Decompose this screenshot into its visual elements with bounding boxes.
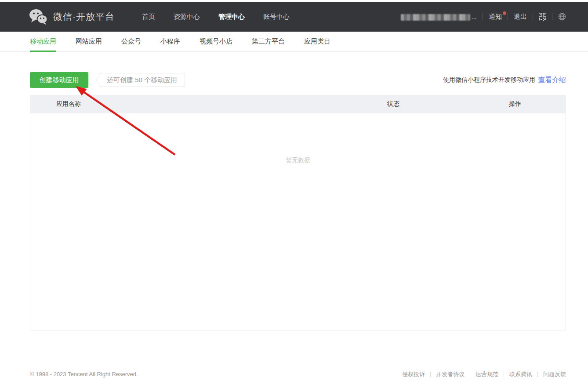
logo-text: 微信·开放平台 [53, 11, 115, 23]
table-header-row: 应用名称 状态 操作 [30, 95, 566, 113]
tab-official-account[interactable]: 公众号 [121, 32, 141, 51]
empty-state-text: 暂无数据 [286, 156, 310, 164]
wechat-open-platform-logo[interactable]: 微信·开放平台 [29, 8, 115, 25]
hint-text: 使用微信小程序技术开发移动应用 [443, 76, 535, 84]
red-notification-dot [503, 11, 506, 15]
header-separator [483, 13, 483, 20]
footer-link-operation-rules[interactable]: 运营规范 [475, 370, 498, 378]
footer-link-feedback[interactable]: 问题反馈 [543, 370, 566, 378]
footer-link-contact-tencent[interactable]: 联系腾讯 [509, 370, 532, 378]
footer-separator [504, 372, 504, 377]
notice-label: 通知 [489, 13, 502, 20]
header-right: ... 通知 退出 [401, 13, 566, 21]
footer-separator [537, 372, 538, 377]
app-type-tabs: 移动应用 网站应用 公众号 小程序 视频号小店 第三方平台 应用类目 [0, 32, 588, 52]
qr-code-icon[interactable] [539, 13, 546, 21]
wechat-bubbles-icon [29, 8, 48, 25]
nav-item-management-center[interactable]: 管理中心 [218, 13, 245, 21]
tab-channels-shop[interactable]: 视频号小店 [200, 32, 232, 51]
logout-link[interactable]: 退出 [514, 13, 527, 21]
footer-links: 侵权投诉 开发者协议 运营规范 联系腾讯 问题反馈 [402, 370, 566, 378]
tab-website-app[interactable]: 网站应用 [76, 32, 102, 51]
tab-mini-program[interactable]: 小程序 [160, 32, 180, 51]
quota-tooltip: 还可创建 50 个移动应用 [99, 73, 185, 87]
tab-app-category[interactable]: 应用类目 [304, 32, 330, 51]
page-footer: © 1998 - 2023 Tencent All Right Reserved… [30, 364, 566, 384]
create-mobile-app-button[interactable]: 创建移动应用 [30, 72, 88, 88]
main-nav: 首页 资源中心 管理中心 账号中心 [142, 13, 308, 21]
view-intro-link[interactable]: 查看介绍 [538, 76, 566, 85]
tab-third-party-platform[interactable]: 第三方平台 [252, 32, 285, 51]
notice-link[interactable]: 通知 [489, 13, 502, 21]
column-app-name: 应用名称 [30, 100, 387, 108]
footer-separator [470, 372, 470, 377]
nav-item-account-center[interactable]: 账号中心 [263, 13, 290, 21]
nav-item-home[interactable]: 首页 [142, 13, 155, 21]
footer-link-infringement[interactable]: 侵权投诉 [402, 370, 425, 378]
app-table: 应用名称 状态 操作 暂无数据 [30, 95, 566, 330]
main-content: 创建移动应用 还可创建 50 个移动应用 使用微信小程序技术开发移动应用 查看介… [30, 72, 566, 330]
nav-item-resource-center[interactable]: 资源中心 [174, 13, 200, 21]
copyright-text: © 1998 - 2023 Tencent All Right Reserved… [30, 371, 138, 377]
header-separator [533, 13, 533, 20]
header-separator [552, 13, 552, 20]
footer-separator [430, 372, 431, 377]
column-status: 状态 [387, 100, 509, 108]
toolbar: 创建移动应用 还可创建 50 个移动应用 使用微信小程序技术开发移动应用 查看介… [30, 72, 566, 88]
column-action: 操作 [509, 100, 566, 108]
main-header: 微信·开放平台 首页 资源中心 管理中心 账号中心 ... 通知 退出 [0, 2, 588, 32]
footer-link-developer-agreement[interactable]: 开发者协议 [436, 370, 465, 378]
account-name-blurred[interactable]: ... [401, 13, 477, 21]
globe-language-icon[interactable] [558, 13, 566, 21]
header-separator [508, 13, 508, 20]
table-body-empty: 暂无数据 [30, 113, 566, 330]
tab-mobile-app[interactable]: 移动应用 [30, 32, 56, 51]
